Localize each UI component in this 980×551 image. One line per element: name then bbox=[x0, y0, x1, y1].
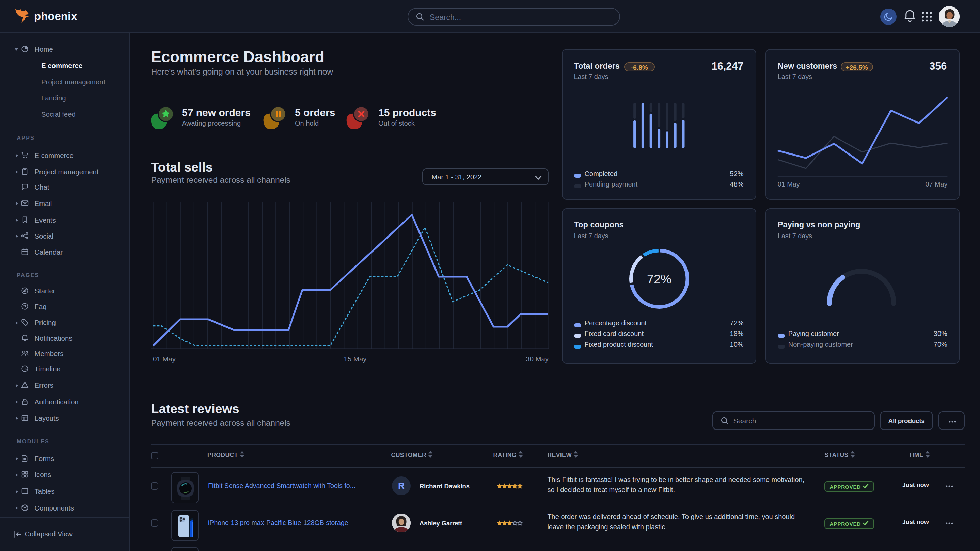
svg-text:01 May: 01 May bbox=[153, 355, 176, 363]
svg-text:15 May: 15 May bbox=[344, 355, 367, 363]
svg-text:30 May: 30 May bbox=[526, 355, 549, 363]
svg-text:72%: 72% bbox=[647, 272, 671, 286]
